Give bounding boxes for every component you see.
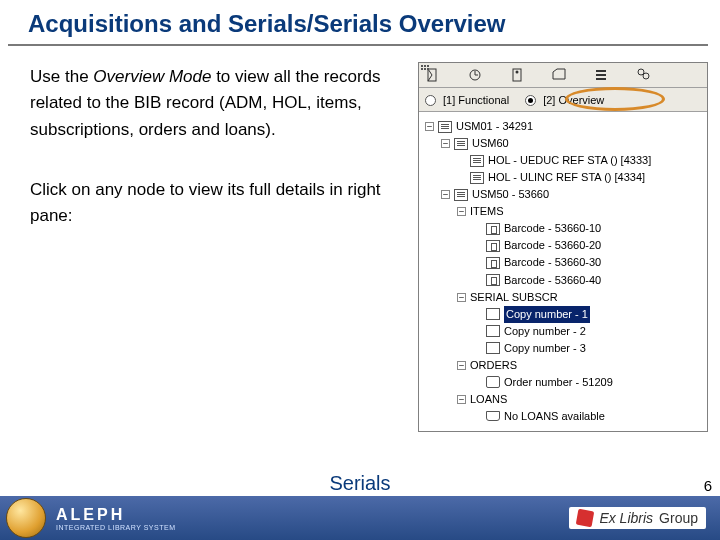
tab-overview-label: [2] Overview (543, 94, 604, 106)
tree-node[interactable]: Copy number - 2 (423, 323, 703, 340)
doc-icon (470, 172, 484, 184)
tree-label: SERIAL SUBSCR (470, 289, 558, 306)
brand-text: ALEPH (56, 506, 175, 524)
tree-node[interactable]: −LOANS (423, 391, 703, 408)
collapse-icon[interactable]: − (441, 190, 450, 199)
tree-label: LOANS (470, 391, 507, 408)
tree-label: Copy number - 3 (504, 340, 586, 357)
page-number: 6 (704, 477, 712, 494)
loans-icon (486, 411, 500, 421)
collapse-icon[interactable]: − (457, 293, 466, 302)
brand-subtext: INTEGRATED LIBRARY SYSTEM (56, 524, 175, 531)
doc-icon (438, 121, 452, 133)
tab-functional[interactable]: [1] Functional (425, 93, 509, 106)
radio-icon-checked (525, 95, 536, 106)
item-icon (486, 274, 500, 286)
tool-icon-4[interactable] (551, 67, 567, 83)
doc-icon (454, 189, 468, 201)
tree-label: Barcode - 53660-10 (504, 220, 601, 237)
tree-label: USM60 (472, 135, 509, 152)
tree-node[interactable]: −ORDERS (423, 357, 703, 374)
doc-icon (470, 155, 484, 167)
tree-label: Barcode - 53660-40 (504, 272, 601, 289)
tree-node[interactable]: Barcode - 53660-20 (423, 237, 703, 254)
tree-label: Barcode - 53660-30 (504, 254, 601, 271)
tree-view: −USM01 - 34291 −USM60 HOL - UEDUC REF ST… (419, 112, 707, 431)
exlibris-text2: Group (659, 510, 698, 526)
order-icon (486, 376, 500, 388)
panel-toolbar (419, 63, 707, 88)
tree-label: HOL - UEDUC REF STA () [4333] (488, 152, 651, 169)
subscr-icon (486, 325, 500, 337)
svg-point-5 (516, 71, 519, 74)
body-text: Use the Overview Mode to view all the re… (30, 64, 400, 230)
tree-label: Copy number - 2 (504, 323, 586, 340)
exlibris-logo: Ex Libris Group (569, 507, 706, 529)
tree-label: Barcode - 53660-20 (504, 237, 601, 254)
tree-node[interactable]: HOL - ULINC REF STA () [4334] (423, 169, 703, 186)
collapse-icon[interactable]: − (457, 395, 466, 404)
exlibris-text1: Ex Libris (599, 510, 653, 526)
tree-node[interactable]: Barcode - 53660-30 (423, 254, 703, 271)
aleph-brand: ALEPH INTEGRATED LIBRARY SYSTEM (56, 506, 175, 531)
item-icon (486, 223, 500, 235)
svg-point-10 (643, 73, 649, 79)
radio-icon (425, 95, 436, 106)
tree-node[interactable]: −USM60 (423, 135, 703, 152)
tree-node[interactable]: Order number - 51209 (423, 374, 703, 391)
tree-node[interactable]: −SERIAL SUBSCR (423, 289, 703, 306)
tab-overview[interactable]: [2] Overview (525, 93, 604, 106)
collapse-icon[interactable]: − (457, 207, 466, 216)
tree-node[interactable]: −ITEMS (423, 203, 703, 220)
collapse-icon[interactable]: − (425, 122, 434, 131)
tool-icon-3[interactable] (509, 67, 525, 83)
tree-label: USM01 - 34291 (456, 118, 533, 135)
para1-emph: Overview Mode (93, 67, 211, 86)
item-icon (486, 240, 500, 252)
tool-icon-6[interactable] (635, 67, 651, 83)
exlibris-swirl-icon (576, 509, 595, 528)
slide-title: Acquisitions and Serials/Serials Overvie… (8, 0, 708, 46)
tree-label-selected: Copy number - 1 (504, 306, 590, 323)
tab-functional-label: [1] Functional (443, 94, 509, 106)
item-icon (486, 257, 500, 269)
tree-node[interactable]: Copy number - 3 (423, 340, 703, 357)
aleph-logo-icon (6, 498, 46, 538)
tree-node[interactable]: HOL - UEDUC REF STA () [4333] (423, 152, 703, 169)
overview-panel: [1] Functional [2] Overview −USM01 - 342… (418, 62, 708, 432)
collapse-icon[interactable]: − (457, 361, 466, 370)
footer-center: Serials (329, 472, 390, 495)
subscr-icon (486, 308, 500, 320)
para1-a: Use the (30, 67, 93, 86)
tree-node[interactable]: −USM50 - 53660 (423, 186, 703, 203)
tree-node[interactable]: No LOANS available (423, 408, 703, 425)
tree-label: No LOANS available (504, 408, 605, 425)
tool-icon-2[interactable] (467, 67, 483, 83)
collapse-icon[interactable]: − (441, 139, 450, 148)
doc-icon (454, 138, 468, 150)
tree-node[interactable]: Barcode - 53660-40 (423, 272, 703, 289)
tree-node[interactable]: −USM01 - 34291 (423, 118, 703, 135)
subscr-icon (486, 342, 500, 354)
tree-node[interactable]: Barcode - 53660-10 (423, 220, 703, 237)
tool-icon-1[interactable] (425, 67, 441, 83)
tree-label: HOL - ULINC REF STA () [4334] (488, 169, 645, 186)
footer: ALEPH INTEGRATED LIBRARY SYSTEM Serials … (0, 496, 720, 540)
tree-label: USM50 - 53660 (472, 186, 549, 203)
panel-tabs: [1] Functional [2] Overview (419, 88, 707, 112)
para2: Click on any node to view its full detai… (30, 177, 400, 230)
tree-node[interactable]: Copy number - 1 (423, 306, 703, 323)
tree-label: Order number - 51209 (504, 374, 613, 391)
tree-label: ITEMS (470, 203, 504, 220)
tool-icon-5[interactable] (593, 67, 609, 83)
tree-label: ORDERS (470, 357, 517, 374)
